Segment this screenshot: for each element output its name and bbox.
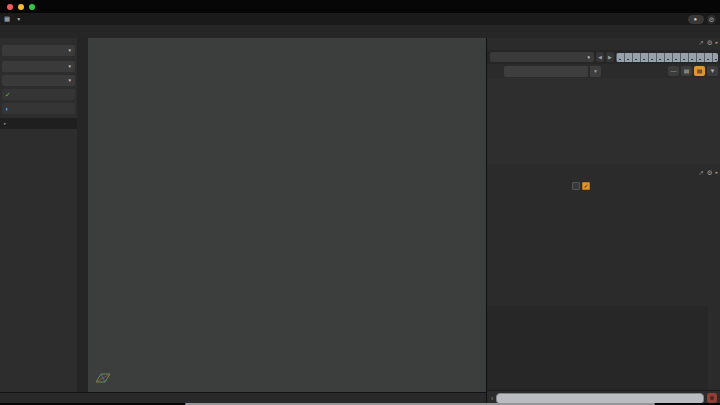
enable-row: ✓ — [572, 181, 709, 191]
next-mesh-button[interactable]: ▶ — [606, 52, 614, 62]
chevron-down-icon: ▼ — [16, 16, 21, 22]
properties-form: ✓ — [487, 179, 709, 191]
filter-funnel-icon[interactable]: ▼ — [707, 66, 718, 76]
sidebar-vertical-tabs — [77, 38, 88, 392]
tool-sidebar: ▼ ▼ ▼ ✓ ◗ ▸ — [0, 38, 78, 392]
chevron-down-icon: ▼ — [68, 64, 72, 69]
command-history-button[interactable] — [707, 393, 717, 403]
mesh-constraints-button[interactable]: ◗ — [2, 103, 75, 114]
check-icon: ✓ — [5, 91, 10, 99]
center-selected-dropdown[interactable]: ▼ — [2, 75, 75, 86]
right-panel: ↗ ⚙ ▸ ▼ ◀ ▶ ▼ — ▤ ▤ ▼ ↗ ⚙ ▸ ✓ — [486, 38, 720, 405]
gear-icon[interactable]: ⚙ — [707, 15, 716, 24]
item-menu-dropdown[interactable]: ▼ — [2, 45, 75, 56]
transform-row — [0, 56, 77, 58]
primitive-row-2 — [0, 40, 77, 42]
solo-view-icon[interactable]: ▤ — [694, 66, 705, 76]
add-operator-arrow[interactable]: ▼ — [589, 66, 601, 77]
layer-thumbnail-strip[interactable] — [616, 53, 718, 62]
enable-channel-box[interactable] — [572, 182, 580, 190]
lock-icon: ● — [693, 15, 697, 24]
3d-viewport[interactable] — [88, 38, 486, 392]
layout-bar-right: ● ⚙ — [688, 14, 716, 24]
collapse-icon[interactable]: — — [668, 66, 679, 76]
macos-titlebar — [0, 0, 720, 13]
minimize-window-button[interactable] — [18, 4, 24, 10]
right-panel-tab-icons: ↗ ⚙ ▸ — [698, 39, 718, 47]
more-transforms-dropdown[interactable]: ▼ — [2, 61, 75, 72]
mesh-selector-row: ▼ ◀ ▶ — [487, 50, 720, 64]
gear-icon[interactable]: ⚙ — [707, 39, 713, 47]
close-window-button[interactable] — [7, 4, 13, 10]
brake-disc-wireframe[interactable] — [88, 50, 486, 392]
enable-checkbox[interactable]: ✓ — [582, 182, 590, 190]
layout-switcher[interactable]: ▦ ▼ — [4, 14, 21, 24]
mesh-selector-dropdown[interactable]: ▼ — [490, 52, 594, 62]
magnet-icon: ◗ — [5, 105, 9, 112]
only-button[interactable]: ● — [688, 15, 704, 24]
snaps-and-precision-button[interactable]: ✓ — [2, 89, 75, 100]
popout-icon[interactable]: ↗ — [698, 169, 703, 177]
mesh-ops-tree — [487, 78, 720, 164]
gear-icon[interactable]: ⚙ — [707, 169, 713, 177]
add-geometry-header[interactable]: ▸ — [0, 118, 77, 129]
chevron-down-icon: ▼ — [587, 55, 591, 60]
empty-panel-area — [487, 306, 708, 390]
popout-icon[interactable]: ↗ — [698, 39, 703, 47]
add-operator-button[interactable] — [504, 66, 588, 77]
main-toolbar — [0, 25, 720, 39]
prev-mesh-button[interactable]: ◀ — [596, 52, 604, 62]
add-operator-row: ▼ — ▤ ▤ ▼ — [487, 64, 720, 78]
chevron-right-icon: ▸ — [4, 121, 6, 126]
chevron-right-icon[interactable]: ▸ — [715, 39, 718, 47]
zoom-window-button[interactable] — [29, 4, 35, 10]
layouts-icon: ▦ — [4, 15, 10, 23]
chevron-down-icon: ▼ — [68, 48, 72, 53]
chevron-down-icon: ▼ — [68, 78, 72, 83]
workplane-axis-icon — [94, 371, 112, 384]
list-view-icon[interactable]: ▤ — [681, 66, 692, 76]
properties-tab-icons: ↗ ⚙ ▸ — [698, 169, 718, 177]
chevron-right-icon[interactable]: ▸ — [715, 169, 718, 177]
properties-panel: ↗ ⚙ ▸ ✓ — [487, 168, 720, 306]
command-caret-icon: › — [491, 395, 493, 402]
command-input[interactable] — [496, 393, 704, 404]
tree-view-icons: — ▤ ▤ ▼ — [668, 66, 718, 76]
